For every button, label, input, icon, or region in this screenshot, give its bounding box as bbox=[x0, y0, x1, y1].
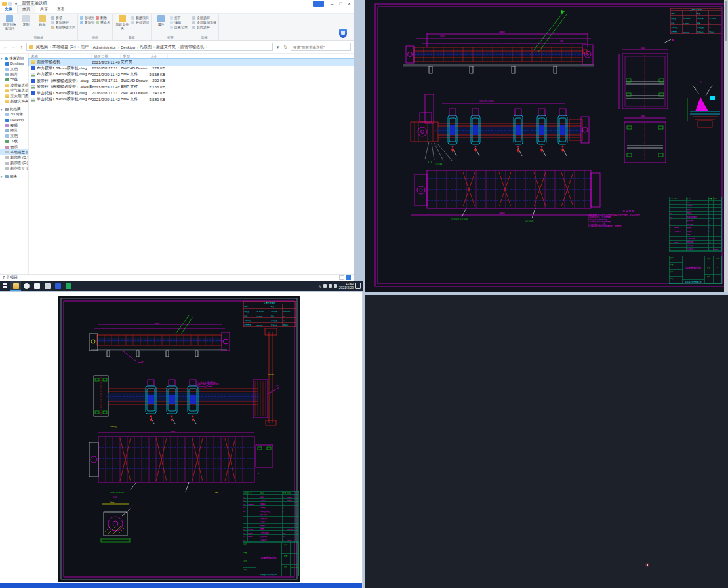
column-size[interactable]: 大小 bbox=[148, 54, 168, 58]
minimize-button[interactable]: – bbox=[328, 0, 336, 7]
pin-to-quick-access-button[interactable]: 固定到快速访问 bbox=[2, 14, 17, 30]
sidebar-item-documents[interactable]: 文档 bbox=[0, 134, 28, 139]
sidebar-item-volume-f[interactable]: 新加卷 (F:) bbox=[0, 166, 28, 171]
sidebar-item-folder[interactable]: 皮带输送机布置图 bbox=[0, 83, 28, 88]
sidebar-item-downloads[interactable]: 下载 bbox=[0, 77, 28, 83]
breadcrumb-segment[interactable]: Administrator bbox=[92, 45, 120, 49]
history-button[interactable]: 历史记录 bbox=[170, 25, 188, 29]
open-button[interactable]: 打开 bbox=[170, 16, 188, 20]
taskbar-app-2[interactable] bbox=[31, 281, 42, 291]
taskbar-clock[interactable]: 11:50 2021/3/29 bbox=[339, 282, 354, 290]
maximize-button[interactable]: □ bbox=[336, 0, 345, 7]
file-row[interactable]: 圆管带输送机2021/3/29 11:40文件夹 bbox=[29, 59, 354, 66]
quick-access-toolbar-icon[interactable] bbox=[8, 2, 12, 6]
new-folder-button[interactable]: 新建文件夹 bbox=[115, 14, 130, 30]
properties-button[interactable]: 属性 bbox=[153, 14, 169, 27]
sidebar-item-volume-e[interactable]: 新加卷 (E:) bbox=[0, 161, 28, 166]
file-row[interactable]: 单山托辊1.83mm胶带机.dwg.BMP2021/3/29 11:42BMP … bbox=[29, 96, 354, 103]
list-view-toggle[interactable] bbox=[339, 275, 344, 280]
edit-button[interactable]: 编辑 bbox=[170, 20, 188, 24]
paste-shortcut-button[interactable]: 粘贴快捷方式 bbox=[51, 25, 75, 29]
screen-bottom-left-viewer[interactable]: 18000 bbox=[0, 292, 363, 588]
screen-top-right-cad[interactable]: 18000 1500 750 bbox=[365, 0, 728, 292]
forward-button[interactable]: → bbox=[10, 45, 16, 49]
breadcrumb-segment[interactable]: 圆管带输送机 bbox=[180, 44, 208, 50]
viewer-scrollbar[interactable] bbox=[724, 0, 728, 292]
start-button[interactable] bbox=[0, 281, 10, 291]
sidebar-item-downloads[interactable]: 下载 bbox=[0, 139, 28, 144]
easy-access-button[interactable]: 轻松访问 bbox=[131, 20, 149, 24]
breadcrumb-segment[interactable]: 新建文件夹 bbox=[155, 44, 180, 50]
sidebar-item-desktop[interactable]: Desktop bbox=[0, 61, 28, 66]
breadcrumb-segment[interactable]: 凡晨图 bbox=[139, 44, 155, 50]
breadcrumb[interactable]: 此电脑 本地磁盘 (C:) 用户 Administrator Desktop 凡… bbox=[26, 43, 273, 51]
file-row[interactable]: 胶带秤（米楼输送胶带）.dwg2016/7/8 17:11ZWCAD Drawi… bbox=[29, 78, 354, 85]
select-all-button[interactable]: 全部选择 bbox=[192, 16, 216, 20]
sidebar-network[interactable]: 网络 bbox=[0, 174, 28, 179]
cad-image[interactable]: 18000 bbox=[58, 296, 300, 582]
sidebar-item-volume-d[interactable]: 新加卷 (D:) bbox=[0, 155, 28, 160]
delete-button[interactable]: 删除 bbox=[96, 16, 110, 20]
tab-home[interactable]: 主页 bbox=[17, 5, 35, 13]
copy-to-button[interactable]: 复制到 bbox=[80, 20, 94, 24]
sidebar-item-pictures[interactable]: 图片 bbox=[0, 128, 28, 133]
rename-button[interactable]: 重命名 bbox=[96, 20, 110, 24]
screen-bottom-right-empty[interactable] bbox=[365, 295, 728, 588]
breadcrumb-segment[interactable]: 此电脑 bbox=[35, 44, 52, 50]
column-name[interactable]: 名称 bbox=[29, 54, 92, 58]
select-none-button[interactable]: 全部取消选择 bbox=[192, 20, 216, 24]
sidebar-item-desktop[interactable]: Desktop bbox=[0, 117, 28, 123]
sidebar-item-folder[interactable]: 空气输送斜槽设计 bbox=[0, 88, 28, 93]
breadcrumb-segment[interactable]: Desktop bbox=[120, 45, 139, 49]
sidebar-quick-access[interactable]: 快速访问 bbox=[0, 56, 28, 61]
taskbar-app-3[interactable] bbox=[42, 281, 52, 291]
sidebar-item-local-disk-c[interactable]: 本地磁盘 (C:) bbox=[0, 149, 28, 155]
breadcrumb-segment[interactable]: 用户 bbox=[80, 44, 92, 50]
new-item-button[interactable]: 新建项目 bbox=[131, 16, 149, 20]
sidebar-item-3d-objects[interactable]: 3D 对象 bbox=[0, 112, 28, 117]
address-dropdown-icon[interactable]: ▾ bbox=[275, 45, 281, 50]
sidebar-this-pc[interactable]: 此电脑 bbox=[0, 107, 28, 112]
viewer-taskbar-strip[interactable] bbox=[0, 583, 363, 588]
back-button[interactable]: ← bbox=[3, 45, 9, 49]
taskbar-app-1[interactable] bbox=[21, 281, 31, 291]
tab-file[interactable]: 文件 bbox=[0, 6, 17, 13]
search-input[interactable] bbox=[291, 43, 351, 51]
copy-path-button[interactable]: 复制路径 bbox=[51, 20, 75, 24]
paste-button[interactable]: 粘贴 bbox=[35, 14, 50, 27]
column-type[interactable]: 类型 bbox=[121, 54, 148, 58]
close-button[interactable]: × bbox=[345, 0, 354, 7]
sidebar-item-folder[interactable]: 立太阳门图纸 bbox=[0, 93, 28, 98]
move-to-button[interactable]: 移动到 bbox=[80, 16, 94, 20]
file-row[interactable]: 布力胶带1.83mm胶带机.dwg2016/7/8 17:11ZWCAD Dra… bbox=[29, 66, 354, 72]
details-view-toggle[interactable] bbox=[346, 275, 351, 280]
tray-icon[interactable] bbox=[334, 284, 337, 288]
titlebar-blue-icon[interactable] bbox=[313, 1, 324, 7]
notification-center-icon[interactable] bbox=[355, 283, 361, 289]
sidebar-item-documents[interactable]: 文档 bbox=[0, 66, 28, 71]
tab-view[interactable]: 查看 bbox=[52, 6, 70, 13]
tab-share[interactable]: 共享 bbox=[35, 6, 52, 13]
column-date[interactable]: 修改日期 bbox=[92, 54, 121, 58]
taskbar-explorer[interactable] bbox=[10, 281, 21, 291]
floating-shield-icon[interactable] bbox=[339, 29, 347, 38]
sidebar-item-videos[interactable]: 视频 bbox=[0, 123, 28, 128]
tray-icon[interactable] bbox=[323, 284, 327, 288]
sidebar-item-folder[interactable]: 新建文件夹 bbox=[0, 99, 28, 104]
sidebar-item-music[interactable]: 音乐 bbox=[0, 144, 28, 149]
invert-selection-button[interactable]: 反向选择 bbox=[192, 25, 216, 29]
file-row[interactable]: 单山托辊1.83mm胶带机.dwg2016/7/8 17:11ZWCAD Dra… bbox=[29, 90, 354, 97]
refresh-icon[interactable]: ↻ bbox=[283, 45, 289, 50]
breadcrumb-segment[interactable]: 本地磁盘 (C:) bbox=[52, 44, 80, 50]
taskbar-app-4[interactable] bbox=[63, 281, 73, 291]
file-row[interactable]: 布力胶带1.83mm胶带机.dwg.BMP2021/3/29 11:42BMP … bbox=[29, 71, 354, 78]
taskbar-zwcad[interactable] bbox=[52, 281, 63, 291]
sidebar-item-pictures[interactable]: 图片 bbox=[0, 72, 28, 77]
file-row[interactable]: 胶带秤（米楼输送胶带）.dwg.BMP2021/3/29 11:42BMP 文件… bbox=[29, 84, 354, 90]
cut-button[interactable]: 剪切 bbox=[51, 16, 75, 20]
tray-chevron-icon[interactable]: ∧ bbox=[318, 284, 321, 288]
tray-icon[interactable] bbox=[329, 284, 332, 288]
copy-button[interactable]: 复制 bbox=[18, 14, 33, 27]
up-button[interactable]: ↑ bbox=[18, 45, 24, 49]
items-count: 7 个项目 bbox=[3, 275, 18, 281]
